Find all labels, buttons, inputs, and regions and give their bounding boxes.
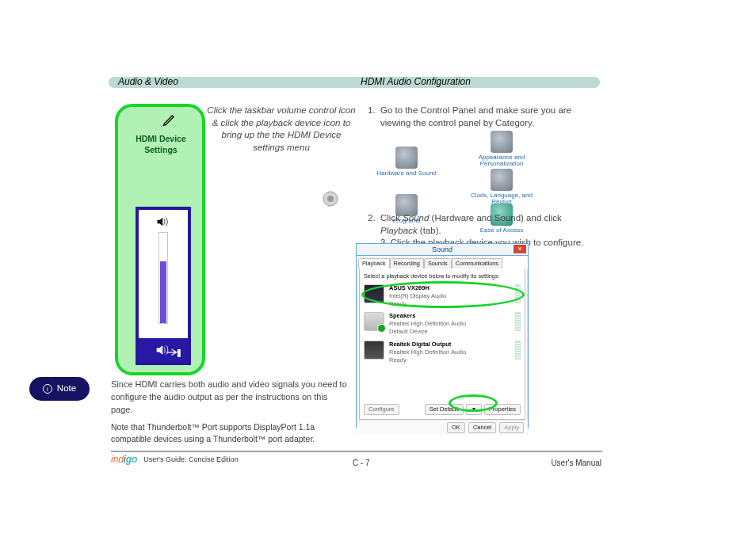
link-playback[interactable]: Playback xyxy=(380,226,418,235)
properties-button[interactable]: Properties xyxy=(484,404,521,415)
level-meter xyxy=(515,284,521,303)
note-tag: i Note xyxy=(29,377,90,401)
apply-button: Apply xyxy=(499,422,524,433)
level-meter xyxy=(515,341,521,360)
volume-popup xyxy=(136,207,191,365)
hdmi-settings-label: HDMI Device Settings xyxy=(124,133,197,155)
page-number: C - 7 xyxy=(353,458,370,469)
device-row[interactable]: Realtek Digital Output Realtek High Defi… xyxy=(364,341,521,364)
sound-window: Sound × Playback Recording Sounds Commun… xyxy=(356,243,529,428)
tab-communications[interactable]: Communications xyxy=(452,258,502,268)
hdmi-caption: Click the taskbar volume control icon & … xyxy=(206,105,357,154)
level-meter xyxy=(515,312,521,331)
close-button[interactable]: × xyxy=(514,245,526,253)
speaker-icon xyxy=(156,216,170,227)
volume-slider-fill xyxy=(160,261,166,323)
device-row[interactable]: ASUS VX269H Intel(R) Display Audio Ready xyxy=(364,284,521,308)
section-title: Audio & Video xyxy=(118,75,178,88)
footer-divider xyxy=(111,451,602,452)
tab-playback[interactable]: Playback xyxy=(358,258,390,268)
ok-button[interactable]: OK xyxy=(447,422,465,433)
digital-output-icon xyxy=(364,341,384,360)
speaker-ico-small xyxy=(322,190,339,207)
cancel-button[interactable]: Cancel xyxy=(468,422,496,433)
cp-tile-hardware-sound: Hardware and Sound xyxy=(371,144,442,196)
volume-slider[interactable] xyxy=(158,232,168,324)
pen-icon xyxy=(162,112,178,128)
note-hint: Note that Thunderbolt™ Port supports Dis… xyxy=(111,421,347,445)
display-icon xyxy=(491,131,513,153)
tab-sounds[interactable]: Sounds xyxy=(424,258,452,268)
device-menu-icon xyxy=(166,348,181,359)
configure-button: Configure xyxy=(364,404,399,415)
footer-manual: User's Manual xyxy=(551,458,601,469)
note-label: Note xyxy=(57,383,76,395)
step-number-1: 1. xyxy=(368,105,376,117)
section-subtitle: HDMI Audio Configuration xyxy=(361,75,471,88)
svg-text:i: i xyxy=(47,386,48,393)
volume-device-button[interactable] xyxy=(139,338,188,362)
sound-window-titlebar: Sound × xyxy=(357,244,528,256)
globe-icon xyxy=(491,169,513,191)
sound-window-title: Sound xyxy=(432,245,452,254)
speaker-device-icon xyxy=(364,312,384,331)
footer-brand: indigo User's Guide: Concise Edition xyxy=(111,453,239,466)
link-sound[interactable]: Sound xyxy=(403,213,429,223)
note-text: Since HDMI carries both audio and video … xyxy=(111,379,347,417)
step-1: 1. Go to the Control Panel and make sure… xyxy=(380,105,594,129)
step-number-2: 2. xyxy=(368,212,376,225)
tab-recording[interactable]: Recording xyxy=(390,258,424,268)
monitor-icon xyxy=(364,284,384,303)
device-row[interactable]: Speakers Realtek High Definition Audio D… xyxy=(364,312,521,336)
printer-icon xyxy=(395,147,418,169)
set-default-button[interactable]: Set Default xyxy=(425,404,464,415)
info-icon: i xyxy=(43,384,52,394)
manual-page: Audio & Video HDMI Audio Configuration H… xyxy=(0,0,756,533)
svg-point-4 xyxy=(327,196,334,202)
sound-tabs: Playback Recording Sounds Communications xyxy=(357,256,528,268)
section-banner xyxy=(109,77,600,88)
hdmi-settings-highlight: HDMI Device Settings xyxy=(115,104,205,375)
svg-rect-0 xyxy=(178,349,181,357)
set-default-dropdown[interactable]: ▾ xyxy=(466,404,482,415)
sound-hint: Select a playback device below to modify… xyxy=(364,272,521,280)
